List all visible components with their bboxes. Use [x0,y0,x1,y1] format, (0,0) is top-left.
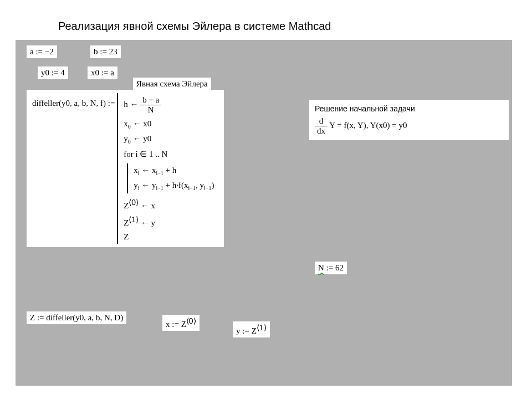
z1-line: Z⟨1⟩ ← y [121,213,218,230]
assign-y0: y0 := 4 [38,66,68,79]
assign-x-result: x := Z⟨0⟩ [162,315,200,331]
z0-line: Z⟨0⟩ ← x [121,196,218,213]
h-den: N [140,105,161,115]
label-scheme: Явная схема Эйлера [133,78,211,90]
assign-b: b := 23 [90,45,121,58]
ivp-title: Решение начальной задачи [315,104,503,113]
assign-Z: Z := diffeller(y0, a, b, N, D) [27,311,126,324]
page-title: Реализация явной схемы Эйлера в системе … [58,20,331,33]
func-lhs: diffeller(y0, a, b, N, f) := [32,93,115,108]
assign-N: N := 62 [315,262,347,274]
yi-line: yi ← yi−1 + h·f(xi−1, yi−1) [131,178,216,193]
ivp-d: d [315,116,328,126]
z-return: Z [121,230,218,244]
h-fraction: b − a N [140,95,161,115]
xi-line: xi ← xi−1 + h [131,163,216,178]
N-var: N [318,263,324,272]
assign-y-result: y := Z⟨1⟩ [233,321,270,337]
for-line: for i ∈ 1 .. N [121,147,218,161]
h-num: b − a [140,95,161,105]
function-definition: diffeller(y0, a, b, N, f) := h ← b − a N… [27,90,224,247]
ivp-box: Решение начальной задачи d dx Y = f(x, Y… [309,100,509,140]
y0-line: y0 ← y0 [121,132,218,147]
ivp-dx: dx [315,126,328,136]
assign-a: a := −2 [27,45,57,58]
assign-x0: x0 := a [88,66,117,79]
mathcad-workspace: a := −2 b := 23 y0 := 4 x0 := a Явная сх… [16,40,512,386]
ivp-equation: d dx Y = f(x, Y), Y(x0) = y0 [315,116,503,136]
x0-line: x0 ← x0 [121,117,218,132]
h-assign-lhs: h ← [124,100,138,109]
ivp-rest: Y = f(x, Y), Y(x0) = y0 [329,121,407,130]
